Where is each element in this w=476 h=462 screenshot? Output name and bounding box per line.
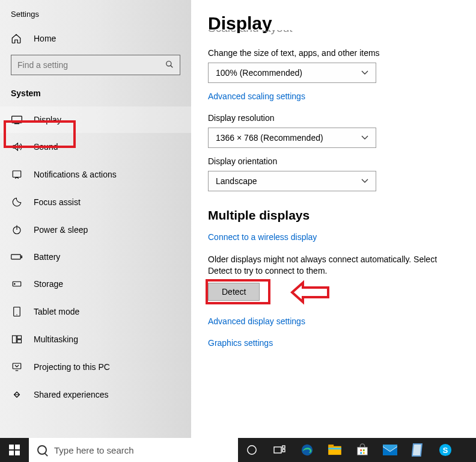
svg-rect-2 (12, 116, 22, 123)
mail-icon[interactable] (376, 438, 404, 462)
nav-tablet-mode[interactable]: Tablet mode (0, 298, 191, 325)
edge-icon[interactable] (293, 438, 321, 462)
search-icon (37, 445, 47, 455)
svg-line-1 (171, 65, 173, 67)
nav-storage[interactable]: Storage (0, 270, 191, 298)
svg-rect-14 (17, 336, 22, 339)
orientation-value: Landscape (216, 176, 257, 186)
task-view-icon[interactable] (266, 438, 293, 462)
nav-label: Tablet mode (34, 307, 79, 316)
chevron-down-icon (361, 135, 368, 141)
cortana-icon[interactable] (238, 438, 266, 462)
taskbar: Type here to search S (0, 438, 476, 462)
svg-rect-20 (15, 451, 20, 455)
resolution-label: Display resolution (208, 113, 459, 123)
shared-icon (11, 389, 23, 400)
detect-description: Older displays might not always connect … (208, 254, 459, 277)
nav-display[interactable]: Display (0, 106, 191, 133)
nav-label: Multitasking (34, 334, 78, 344)
nav-projecting[interactable]: Projecting to this PC (0, 353, 191, 381)
orientation-dropdown[interactable]: Landscape (208, 171, 376, 191)
window-title: Settings (0, 7, 191, 27)
svg-rect-22 (274, 447, 281, 453)
svg-rect-15 (17, 340, 22, 343)
nav-label: Power & sleep (34, 225, 88, 235)
svg-rect-18 (15, 445, 20, 449)
search-input[interactable] (17, 60, 165, 70)
nav-label: Focus assist (34, 197, 81, 207)
svg-point-21 (248, 446, 256, 454)
nav-multitasking[interactable]: Multitasking (0, 325, 191, 353)
display-icon (11, 115, 23, 125)
store-icon[interactable] (349, 438, 376, 462)
taskbar-search[interactable]: Type here to search (29, 438, 238, 462)
tablet-icon (11, 306, 23, 317)
svg-rect-26 (328, 446, 341, 455)
svg-rect-17 (9, 445, 14, 449)
multiple-displays-heading: Multiple displays (208, 208, 459, 223)
svg-rect-28 (328, 448, 341, 449)
power-icon (11, 224, 23, 235)
nav-focus-assist[interactable]: Focus assist (0, 188, 191, 216)
focus-assist-icon (11, 197, 23, 208)
svg-rect-30 (360, 449, 362, 451)
wireless-display-link[interactable]: Connect to a wireless display (208, 232, 459, 242)
annotation-arrow (286, 279, 334, 308)
resolution-value: 1366 × 768 (Recommended) (216, 133, 323, 143)
scale-label: Change the size of text, apps, and other… (208, 48, 459, 58)
svg-rect-13 (13, 336, 17, 343)
detect-button[interactable]: Detect (208, 283, 260, 301)
svg-text:S: S (443, 446, 448, 455)
chevron-down-icon (361, 178, 368, 185)
skype-icon[interactable]: S (432, 438, 459, 462)
svg-rect-16 (13, 363, 21, 369)
svg-rect-8 (21, 256, 22, 257)
svg-rect-29 (358, 447, 368, 455)
scale-dropdown[interactable]: 100% (Recommended) (208, 63, 376, 83)
nav-sound[interactable]: Sound (0, 133, 191, 161)
nav-label: Sound (34, 142, 58, 152)
nav-label: Battery (34, 252, 60, 262)
nav-battery[interactable]: Battery (0, 244, 191, 270)
app-icon[interactable] (404, 438, 432, 462)
graphics-settings-link[interactable]: Graphics settings (208, 338, 459, 348)
file-explorer-icon[interactable] (321, 438, 349, 462)
projecting-icon (11, 362, 23, 372)
svg-rect-7 (11, 254, 20, 259)
svg-rect-19 (9, 451, 14, 455)
nav-notifications[interactable]: Notifications & actions (0, 161, 191, 188)
nav-label: Display (34, 115, 61, 125)
search-icon (165, 60, 174, 70)
start-button[interactable] (0, 438, 29, 462)
storage-icon (11, 279, 23, 289)
nav-label: Shared experiences (34, 390, 109, 399)
nav-label: Notifications & actions (34, 170, 117, 179)
svg-point-0 (166, 61, 171, 66)
svg-rect-32 (360, 452, 362, 454)
battery-icon (11, 253, 23, 261)
scale-value: 100% (Recommended) (216, 68, 302, 78)
taskbar-search-placeholder: Type here to search (54, 445, 134, 455)
home-label: Home (34, 34, 56, 43)
section-scale-layout: Scale and layout (208, 30, 459, 37)
sound-icon (11, 141, 23, 152)
svg-rect-33 (363, 452, 365, 454)
nav-label: Projecting to this PC (34, 362, 110, 372)
resolution-dropdown[interactable]: 1366 × 768 (Recommended) (208, 128, 376, 148)
nav-shared-exp[interactable]: Shared experiences (0, 381, 191, 408)
chevron-down-icon (361, 70, 368, 76)
search-box[interactable] (11, 55, 180, 75)
svg-point-10 (14, 283, 16, 285)
advanced-scaling-link[interactable]: Advanced scaling settings (208, 91, 459, 101)
orientation-label: Display orientation (208, 156, 459, 166)
advanced-display-link[interactable]: Advanced display settings (208, 316, 459, 326)
nav-power-sleep[interactable]: Power & sleep (0, 216, 191, 244)
nav-label: Storage (34, 279, 63, 289)
svg-rect-31 (363, 449, 365, 451)
content-pane: Display Scale and layout Change the size… (191, 0, 476, 438)
category-label: System (0, 86, 191, 106)
home-nav[interactable]: Home (0, 27, 191, 50)
notifications-icon (11, 169, 23, 180)
sidebar: Settings Home System Display Sound (0, 0, 191, 438)
multitasking-icon (11, 334, 23, 345)
